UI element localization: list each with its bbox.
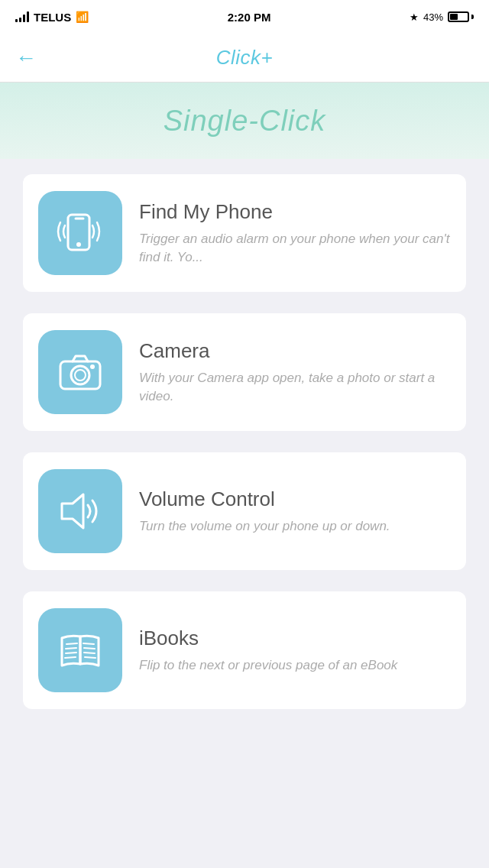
list-item[interactable]: Find My Phone Trigger an audio alarm on … <box>23 174 466 292</box>
camera-icon-container <box>38 330 122 414</box>
section-header: Single-Click <box>0 83 489 159</box>
volume-title: Volume Control <box>139 487 451 511</box>
ibooks-desc: Flip to the next or previous page of an … <box>139 656 451 675</box>
svg-point-2 <box>76 242 81 247</box>
signal-icon <box>15 11 29 22</box>
status-right: ★ 43% <box>410 11 474 23</box>
list-area: Find My Phone Trigger an audio alarm on … <box>0 159 489 724</box>
volume-desc: Turn the volume on your phone up or down… <box>139 517 451 536</box>
camera-desc: With your Camera app open, take a photo … <box>139 369 451 406</box>
find-my-phone-icon-container <box>38 191 122 275</box>
svg-point-4 <box>71 366 89 384</box>
volume-icon-container <box>38 469 122 553</box>
svg-point-5 <box>75 370 86 381</box>
battery-percent: 43% <box>423 11 443 23</box>
carrier-label: TELUS <box>34 11 71 24</box>
ibooks-text: iBooks Flip to the next or previous page… <box>139 627 451 675</box>
list-item[interactable]: iBooks Flip to the next or previous page… <box>23 591 466 709</box>
camera-title: Camera <box>139 339 451 363</box>
separator-3 <box>0 573 489 588</box>
svg-line-11 <box>65 657 76 658</box>
volume-icon <box>54 485 106 537</box>
separator-1 <box>0 295 489 310</box>
nav-bar: ← Click+ <box>0 34 489 83</box>
wifi-icon: 📶 <box>76 11 89 23</box>
svg-line-9 <box>66 648 76 649</box>
phone-icon <box>54 207 106 259</box>
find-my-phone-text: Find My Phone Trigger an audio alarm on … <box>139 200 451 267</box>
back-button[interactable]: ← <box>15 47 37 69</box>
bluetooth-icon: ★ <box>410 11 419 23</box>
find-my-phone-title: Find My Phone <box>139 200 451 224</box>
find-my-phone-desc: Trigger an audio alarm on your phone whe… <box>139 230 451 267</box>
ibooks-icon-container <box>38 608 122 692</box>
status-bar: TELUS 📶 2:20 PM ★ 43% <box>0 0 489 34</box>
separator-2 <box>0 434 489 449</box>
svg-line-13 <box>84 648 95 649</box>
section-title: Single-Click <box>164 105 326 138</box>
camera-icon <box>54 346 106 398</box>
list-item[interactable]: Volume Control Turn the volume on your p… <box>23 452 466 570</box>
svg-line-15 <box>85 657 96 658</box>
camera-text: Camera With your Camera app open, take a… <box>139 339 451 406</box>
ibooks-title: iBooks <box>139 627 451 650</box>
volume-text: Volume Control Turn the volume on your p… <box>139 487 451 536</box>
svg-marker-7 <box>62 494 83 528</box>
battery-indicator <box>448 11 474 22</box>
svg-line-8 <box>66 643 77 644</box>
svg-line-12 <box>83 643 94 644</box>
time-label: 2:20 PM <box>228 11 271 24</box>
svg-line-14 <box>84 653 95 653</box>
svg-point-6 <box>90 364 95 369</box>
book-icon <box>54 624 106 676</box>
list-item[interactable]: Camera With your Camera app open, take a… <box>23 313 466 431</box>
status-left: TELUS 📶 <box>15 11 89 24</box>
svg-line-10 <box>66 653 76 653</box>
nav-title: Click+ <box>216 46 274 70</box>
